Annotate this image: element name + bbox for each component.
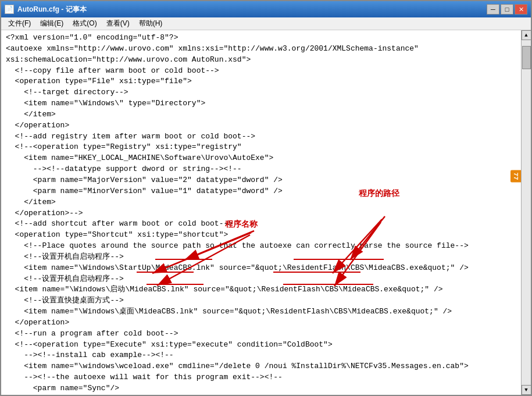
menu-edit[interactable]: 编辑(E) <box>35 17 68 30</box>
menu-file[interactable]: 文件(F) <box>3 17 35 30</box>
code-line: --><!--install cab example--><!-- <box>6 350 516 361</box>
code-line: <item name="\windows\wceload.exe" cmdlin… <box>6 361 516 372</box>
code-line: <!--设置开机自启动程序--> <box>6 252 516 263</box>
app-icon: 📄 <box>5 5 14 14</box>
code-line: --><!--the autoexe will wait for this pr… <box>6 372 516 383</box>
window-controls: ─ □ ✕ <box>487 4 527 15</box>
title-bar-left: 📄 AutoRun.cfg - 记事本 <box>5 5 87 15</box>
code-line: <parm name="MajorVersion" value="2" data… <box>6 175 516 186</box>
code-line: <!--add registry item after warm boot or… <box>6 131 516 142</box>
code-line: --><!--datatype support dword or string-… <box>6 164 516 175</box>
title-bar: 📄 AutoRun.cfg - 记事本 ─ □ ✕ <box>1 1 531 17</box>
code-line: </item> <box>6 109 516 120</box>
code-line: <item name="\Windows\StartUp\MideaCBS.ln… <box>6 263 516 274</box>
main-window: 📄 AutoRun.cfg - 记事本 ─ □ ✕ 文件(F) 编辑(E) 格式… <box>0 0 532 396</box>
side-tab: 77 <box>510 170 521 182</box>
code-line: xsi:schemaLocation="http://www.urovo.com… <box>6 55 516 66</box>
code-line: <!--设置开机自启动程序--> <box>6 274 516 285</box>
scroll-down-button[interactable]: ▼ <box>522 385 531 395</box>
code-line: <parm name="MinorVersion" value="1" data… <box>6 186 516 197</box>
content-area: <?xml version="1.0" encoding="utf-8"?><a… <box>1 30 531 395</box>
code-line: <!--copy file after warm boot or cold bo… <box>6 66 516 77</box>
code-line: <item name="\Windows\桌面\MideaCBS.lnk" so… <box>6 306 516 317</box>
scroll-track[interactable] <box>522 40 531 385</box>
code-line: <operation type="File" xsi:type="file"> <box>6 76 516 87</box>
code-line: <!--Place quotes around the source path … <box>6 241 516 252</box>
menu-help[interactable]: 帮助(H) <box>134 17 167 30</box>
text-editor[interactable]: <?xml version="1.0" encoding="utf-8"?><a… <box>1 30 521 395</box>
code-line: </operation> <box>6 317 516 329</box>
code-line: </item> <box>6 197 516 208</box>
menu-bar: 文件(F) 编辑(E) 格式(O) 查看(V) 帮助(H) <box>1 17 531 30</box>
code-line: </operation> <box>6 120 516 131</box>
menu-view[interactable]: 查看(V) <box>102 17 134 30</box>
code-line: <operation type="Shortcut" xsi:type="sho… <box>6 230 516 241</box>
code-line: <autoexe xmlns="http://www.urovo.com" xm… <box>6 44 516 55</box>
code-line: <parm name="Sync"/> <box>6 383 516 394</box>
code-line: <!--run a program after cold boot--> <box>6 329 516 340</box>
code-line: <!--<operation type="Execute" xsi:type="… <box>6 340 516 351</box>
scroll-up-button[interactable]: ▲ <box>522 30 531 40</box>
code-line: <!--target directory--> <box>6 87 516 98</box>
scroll-thumb[interactable] <box>522 46 531 69</box>
vertical-scrollbar[interactable]: ▲ ▼ <box>521 30 531 395</box>
maximize-button[interactable]: □ <box>501 4 513 15</box>
minimize-button[interactable]: ─ <box>487 4 499 15</box>
code-line: <!--设置直快捷桌面方式--> <box>6 295 516 306</box>
window-title: AutoRun.cfg - 记事本 <box>17 5 87 15</box>
code-line: <!--<operation type="Registry" xsi:type=… <box>6 142 516 153</box>
code-line: <item name="HKEY_LOCAL_MACHINE\Software\… <box>6 153 516 164</box>
menu-format[interactable]: 格式(O) <box>68 17 101 30</box>
code-line: </operation>--> <box>6 208 516 219</box>
code-line: <item name="\Windows\" type="Directory"> <box>6 98 516 109</box>
code-line: <item name="\Windows\启动\MideaCBS.lnk" so… <box>6 284 516 295</box>
close-button[interactable]: ✕ <box>515 4 527 15</box>
code-line: <!--add shortcut after warm boot or cold… <box>6 219 516 230</box>
code-line: <?xml version="1.0" encoding="utf-8"?> <box>6 33 516 44</box>
